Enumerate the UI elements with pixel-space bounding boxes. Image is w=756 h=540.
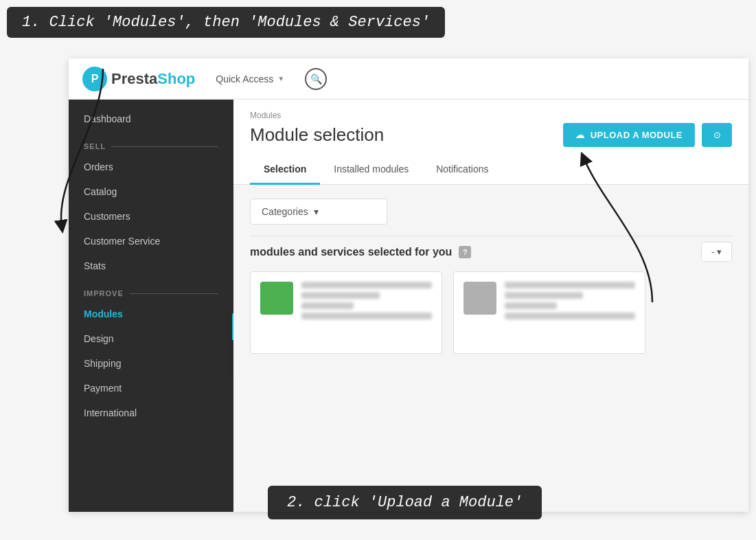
info-icon[interactable]: ? xyxy=(459,246,471,258)
logo-presta: PrestaShop xyxy=(111,70,195,88)
categories-dropdown[interactable]: Categories ▾ xyxy=(250,199,387,225)
sidebar-item-orders[interactable]: Orders xyxy=(69,155,233,179)
breadcrumb: Modules xyxy=(250,111,732,120)
app-container: P PrestaShop Quick Access ▼ 🔍 Dashboard … xyxy=(69,58,748,512)
sidebar-item-customer-service[interactable]: Customer Service xyxy=(69,229,233,254)
module-text-2 xyxy=(505,282,635,319)
blur-line-1 xyxy=(301,282,432,289)
annotation-top-banner: 1. Click 'Modules', then 'Modules & Serv… xyxy=(7,7,445,38)
module-card-header xyxy=(260,282,432,319)
tabs-bar: Selection Installed modules Notification… xyxy=(233,155,748,185)
content-body: Categories ▾ modules and services select… xyxy=(233,185,748,512)
categories-chevron-icon: ▾ xyxy=(314,206,319,217)
sidebar-item-design[interactable]: Design xyxy=(69,326,233,351)
sidebar-section-sell: SELL xyxy=(69,131,233,155)
sidebar-item-catalog[interactable]: Catalog xyxy=(69,179,233,204)
tab-installed-modules[interactable]: Installed modules xyxy=(320,155,422,185)
sidebar-section-improve: IMPROVE xyxy=(69,278,233,302)
blur-line-5 xyxy=(505,282,635,289)
module-card-2-header xyxy=(463,282,635,319)
page-title: Module selection xyxy=(250,124,384,146)
connect-button[interactable]: ⊙ xyxy=(702,123,732,147)
chevron-down-icon: ▼ xyxy=(277,75,284,82)
modules-grid xyxy=(250,271,732,354)
content-header: Modules Module selection ☁ UPLOAD A MODU… xyxy=(233,100,748,155)
categories-label: Categories xyxy=(262,206,308,217)
header: P PrestaShop Quick Access ▼ 🔍 xyxy=(69,58,748,100)
sidebar-item-customers[interactable]: Customers xyxy=(69,204,233,229)
search-button[interactable]: 🔍 xyxy=(305,68,327,90)
quick-access-button[interactable]: Quick Access ▼ xyxy=(209,69,291,89)
section-title-row: modules and services selected for you ? … xyxy=(250,236,732,262)
sidebar-item-dashboard[interactable]: Dashboard xyxy=(69,106,233,131)
module-icon-2 xyxy=(463,282,496,315)
blur-line-8 xyxy=(505,313,635,319)
upload-icon: ☁ xyxy=(575,130,585,140)
tab-selection[interactable]: Selection xyxy=(250,155,320,185)
main-body: Dashboard SELL Orders Catalog Customers … xyxy=(69,100,748,512)
sidebar-item-payment[interactable]: Payment xyxy=(69,376,233,401)
module-card-2[interactable] xyxy=(453,271,645,354)
blur-line-6 xyxy=(505,292,583,299)
blur-line-2 xyxy=(301,292,380,299)
modules-dropdown: Modules & Services Modules Catalog xyxy=(232,313,233,368)
annotation-bottom-banner: 2. click 'Upload a Module' xyxy=(268,486,542,519)
tab-notifications[interactable]: Notifications xyxy=(422,155,502,185)
sidebar-item-modules[interactable]: Modules xyxy=(69,302,233,326)
module-icon-1 xyxy=(260,282,293,315)
sidebar-item-international[interactable]: International xyxy=(69,401,233,425)
blur-line-3 xyxy=(301,302,354,309)
sidebar-item-stats[interactable]: Stats xyxy=(69,254,233,278)
sidebar: Dashboard SELL Orders Catalog Customers … xyxy=(69,100,233,512)
connect-icon: ⊙ xyxy=(713,130,721,140)
section-heading: modules and services selected for you xyxy=(250,246,452,258)
dropdown-item-modules-services[interactable]: Modules & Services xyxy=(232,313,233,340)
search-icon: 🔍 xyxy=(310,74,322,85)
blur-line-7 xyxy=(505,302,557,309)
filter-button[interactable]: - ▾ xyxy=(701,242,732,262)
quick-access-label: Quick Access xyxy=(216,74,273,85)
logo: P PrestaShop xyxy=(82,67,195,91)
sidebar-item-shipping[interactable]: Shipping xyxy=(69,351,233,376)
dropdown-item-modules-catalog[interactable]: Modules Catalog xyxy=(232,340,233,368)
module-card-1[interactable] xyxy=(250,271,442,354)
logo-icon: P xyxy=(82,67,107,91)
blur-line-4 xyxy=(301,313,432,319)
module-text-1 xyxy=(301,282,432,319)
upload-module-button[interactable]: ☁ UPLOAD A MODULE xyxy=(563,123,695,147)
content-area: Modules Module selection ☁ UPLOAD A MODU… xyxy=(233,100,748,512)
